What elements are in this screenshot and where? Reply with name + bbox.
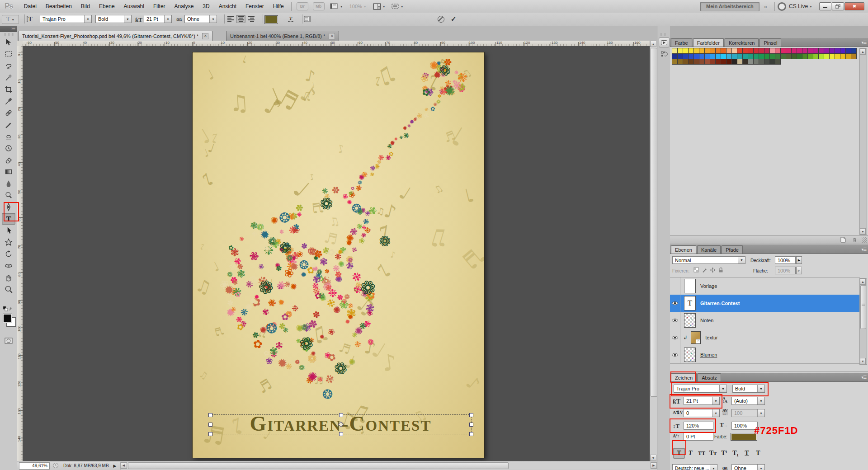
color-swatch[interactable] [754,54,759,59]
color-swatch[interactable] [830,48,835,53]
layer-name[interactable]: Noten [700,318,713,323]
char-style-bold-button[interactable]: T [673,448,685,459]
menu-ansicht[interactable]: Ansicht [214,0,241,13]
color-swatch[interactable] [840,54,845,59]
selection-handle[interactable] [339,432,343,436]
color-swatch[interactable] [694,54,699,59]
color-swatch[interactable] [694,48,699,53]
poster-document[interactable]: ♫♩♪♪♪♫♬♪♪♩♩♬♬♫♪♫♫♪♬♪♫♩♩♪♬♫♫♫♪♫♩♩♪♩♫♫♬♩♩♩… [192,52,485,458]
char-baseline-field[interactable]: 0 Pt [684,432,713,441]
tool-spot-healing[interactable] [2,107,15,119]
color-swatch[interactable] [802,48,807,53]
swatches-tab-korrekturen[interactable]: Korrekturen [725,38,759,47]
color-swatch[interactable] [808,54,813,59]
char-style-strike-button[interactable]: T [752,448,764,459]
color-swatch[interactable] [678,54,683,59]
history-panel-button[interactable] [659,49,670,59]
menu-auswahl[interactable]: Auswahl [119,0,149,13]
tool-path-selection[interactable] [2,225,15,236]
tool-crop[interactable] [2,84,15,95]
layer-thumbnail[interactable] [684,313,696,328]
layer-row-vorlage[interactable]: Vorlage [670,277,860,295]
char-style-subscript-button[interactable]: T₁ [730,448,741,459]
color-swatch[interactable] [689,54,693,59]
toolbox-grip[interactable] [3,33,14,36]
panel-menu-icon[interactable]: ▾☰ [861,40,866,45]
color-swatch[interactable] [835,48,840,53]
layer-thumbnail[interactable] [684,348,696,362]
color-swatch[interactable] [683,59,688,64]
char-kerning-select[interactable]: 0▼ [684,409,720,417]
layer-thumbnail[interactable]: □ [691,331,701,344]
fill-slider-button[interactable]: ▶ [796,267,802,274]
tool-blur[interactable] [2,178,15,189]
toggle-panels-button[interactable] [303,15,311,23]
char-leading-select[interactable]: (Auto)▼ [731,397,765,405]
swatches-tab-pinsel[interactable]: Pinsel [760,38,781,47]
cancel-edits-button[interactable] [438,15,444,23]
layers-scroll-thumb[interactable] [860,285,866,329]
blend-mode-select[interactable]: Normal▼ [672,256,745,264]
menu-datei[interactable]: Datei [19,0,41,13]
document-tab-1[interactable]: Tutorial_Konzert-Flyer_Photoshop.psd bei… [18,31,212,41]
layer-row-gitarren-contest[interactable]: TGitarren-Contest [670,295,860,312]
text-orientation-button[interactable]: T [26,15,35,23]
color-swatch[interactable] [802,54,807,59]
color-swatch[interactable] [781,54,786,59]
opacity-value[interactable]: 100% [775,256,796,264]
layer-row-noten[interactable]: Noten [670,312,860,329]
align-right-button[interactable] [246,15,256,23]
layer-thumbnail[interactable]: T [684,296,696,310]
color-swatch[interactable] [699,48,704,53]
color-swatch[interactable] [754,59,759,64]
tool-history-brush[interactable] [2,142,15,154]
font-family-select[interactable]: Trajan Pro▼ [40,15,92,23]
selection-handle[interactable] [208,413,212,417]
char-style-caps-button[interactable]: TT [696,448,708,459]
color-swatch[interactable] [808,48,813,53]
tool-custom-shape[interactable] [2,236,15,248]
color-swatch[interactable] [759,59,764,64]
color-swatch[interactable] [846,54,851,59]
quick-mask-button[interactable] [2,335,15,347]
color-swatch[interactable] [737,48,742,53]
color-swatch[interactable] [689,48,693,53]
character-tab-absatz[interactable]: Absatz [698,373,721,381]
selection-handle[interactable] [208,423,212,427]
char-vertical-scale-field[interactable]: 120% [684,422,713,430]
align-center-button[interactable] [236,15,245,23]
tool-dodge[interactable] [2,189,15,201]
swatch-grid[interactable] [672,48,859,65]
swatches-tab-farbfelder[interactable]: Farbfelder [693,38,724,47]
lock-pixels-icon[interactable] [702,267,708,274]
char-style-underline-button[interactable]: T [741,448,753,459]
color-swatch[interactable] [672,54,677,59]
color-swatch[interactable] [716,54,721,59]
panel-resize-grip[interactable] [862,237,867,243]
color-swatch[interactable] [819,54,824,59]
color-swatch[interactable] [824,54,829,59]
scroll-down-button[interactable]: ▼ [650,455,656,461]
color-swatch[interactable] [726,59,731,64]
color-swatch[interactable] [732,48,737,53]
arrange-documents-button[interactable]: ▼ [373,3,386,10]
color-swatch[interactable] [721,48,726,53]
close-tab-icon[interactable]: ✕ [202,33,208,39]
canvas-area[interactable]: ♫♩♪♪♪♫♬♪♪♩♩♬♬♫♪♫♫♪♬♪♫♩♩♪♬♫♫♫♪♫♩♩♪♩♫♫♬♩♩♩… [23,46,650,461]
color-swatch[interactable] [764,59,769,64]
layer-name[interactable]: textur [705,335,718,340]
layer-thumbnail[interactable] [684,279,696,293]
toolbox-collapse-chevrons[interactable]: »» [0,26,17,32]
actions-panel-button[interactable] [659,38,670,47]
layer-row-textur[interactable]: ↳□textur [670,329,860,347]
tool-lasso[interactable] [2,60,15,72]
char-language-select[interactable]: Deutsch: neue ...▼ [672,464,717,470]
horizontal-scrollbar[interactable]: ◀ ▶ [120,462,657,470]
workspace-button[interactable]: Mein Arbeitsbereich [700,2,760,11]
new-swatch-button[interactable] [838,237,847,243]
color-swatch[interactable] [813,48,818,53]
color-swatch[interactable] [770,48,775,53]
screen-mode-button[interactable]: ▼ [391,3,404,9]
color-swatch[interactable] [797,54,802,59]
color-swatch[interactable] [775,59,780,64]
